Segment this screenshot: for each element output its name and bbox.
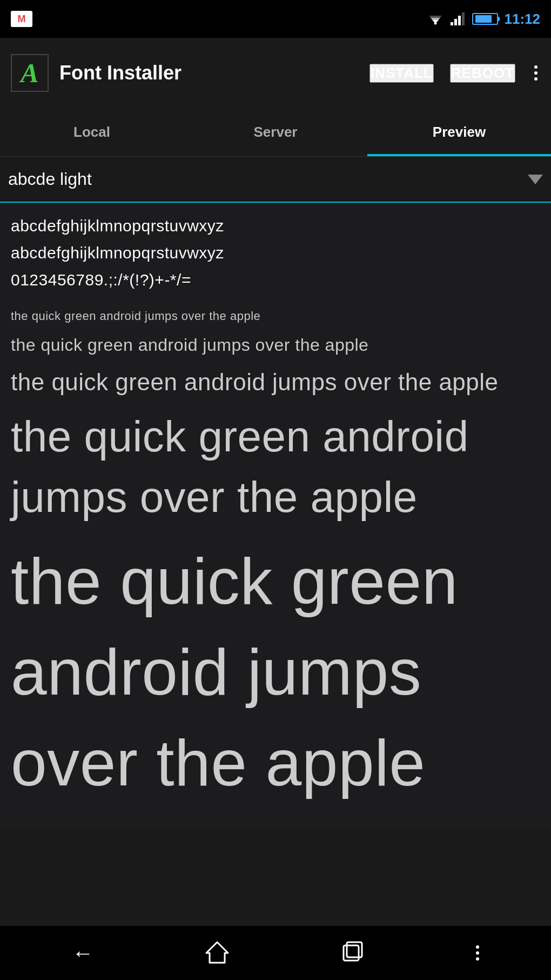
svg-rect-9 — [344, 945, 359, 961]
bottom-nav: ← — [0, 926, 551, 980]
nav-home-button[interactable] — [205, 940, 229, 966]
battery-icon — [472, 13, 498, 25]
app-bar: A Font Installer INSTALL REBOOT — [0, 38, 551, 108]
preview-area: abcdefghijklmnopqrstuvwxyz abcdefghijklm… — [0, 203, 551, 827]
wifi-icon — [427, 12, 444, 25]
preview-alphabet-lower: abcdefghijklmnopqrstuvwxyz — [11, 241, 540, 265]
preview-sentence-xs: the quick green android jumps over the a… — [11, 308, 540, 325]
tab-preview[interactable]: Preview — [367, 108, 551, 156]
signal-icon — [451, 12, 466, 25]
status-bar-left: M — [11, 11, 32, 27]
preview-sentence-md: the quick green android jumps over the a… — [11, 365, 540, 399]
svg-rect-10 — [347, 942, 362, 957]
nav-recents-button[interactable] — [340, 940, 364, 966]
svg-rect-6 — [458, 16, 461, 25]
preview-sentence-xl: the quick green android jumps over the a… — [11, 536, 540, 808]
tab-bar: Local Server Preview — [0, 108, 551, 157]
more-dot-1 — [534, 65, 537, 69]
tab-server[interactable]: Server — [184, 108, 367, 156]
preview-numbers: 0123456789.;:/*(!?)+-*/= — [11, 268, 540, 292]
font-name-input[interactable] — [8, 169, 522, 189]
status-bar: M 11:12 — [0, 0, 551, 38]
more-dot-2 — [534, 71, 537, 75]
dropdown-arrow-icon[interactable] — [528, 175, 543, 184]
svg-rect-5 — [454, 19, 457, 25]
install-button[interactable]: INSTALL — [369, 64, 434, 83]
svg-marker-8 — [206, 942, 228, 963]
app-logo: A — [11, 54, 49, 92]
reboot-button[interactable]: REBOOT — [450, 64, 515, 83]
preview-sentence-sm: the quick green android jumps over the a… — [11, 333, 540, 357]
svg-point-3 — [434, 22, 436, 25]
app-bar-actions: INSTALL REBOOT — [369, 63, 540, 83]
more-dot-3 — [534, 77, 537, 81]
svg-rect-4 — [451, 22, 453, 25]
nav-back-button[interactable]: ← — [72, 941, 93, 965]
preview-alphabet-upper: abcdefghijklmnopqrstuvwxyz — [11, 214, 540, 238]
app-title: Font Installer — [59, 62, 359, 84]
status-bar-right: 11:12 — [427, 11, 541, 28]
more-menu-icon[interactable] — [532, 63, 540, 83]
preview-sentence-lg: the quick green android jumps over the a… — [11, 406, 540, 528]
preview-content: abcdefghijklmnopqrstuvwxyz abcdefghijklm… — [0, 203, 551, 926]
font-input-row[interactable] — [0, 157, 551, 203]
tab-local[interactable]: Local — [0, 108, 184, 156]
gmail-icon: M — [11, 11, 32, 27]
time-display: 11:12 — [505, 11, 541, 28]
svg-rect-7 — [462, 12, 465, 25]
nav-more-button[interactable] — [476, 945, 479, 961]
